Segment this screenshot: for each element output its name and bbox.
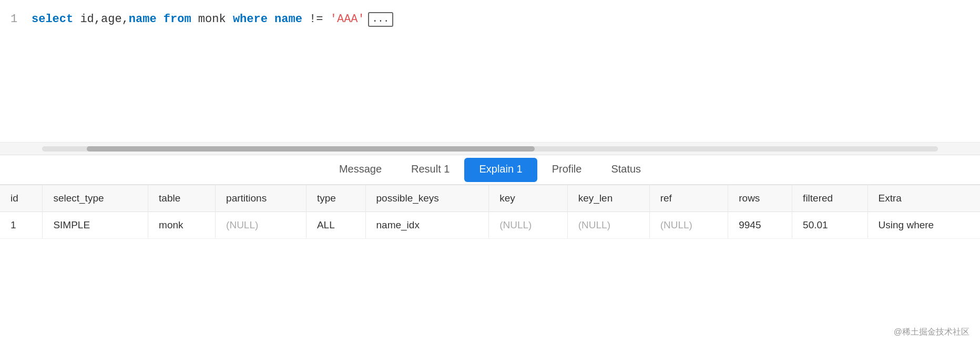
- col-select-type: select_type: [43, 185, 148, 212]
- code-table: monk: [191, 11, 233, 28]
- col-filtered: filtered: [792, 185, 867, 212]
- tab-result1[interactable]: Result 1: [396, 156, 464, 184]
- keyword-from: from: [157, 11, 191, 28]
- table-header-row: id select_type table partitions type pos…: [0, 185, 980, 212]
- explain-table: id select_type table partitions type pos…: [0, 185, 980, 239]
- cell-partitions: (NULL): [216, 212, 307, 239]
- code-content-1: select id,age, name from monk where name…: [32, 11, 969, 28]
- cell-type: ALL: [306, 212, 365, 239]
- cell-rows: 9945: [728, 212, 792, 239]
- code-fields: id,age,: [73, 11, 129, 28]
- col-type: type: [306, 185, 365, 212]
- col-id: id: [0, 185, 43, 212]
- keyword-name: name: [129, 11, 157, 28]
- keyword-select: select: [32, 11, 73, 28]
- results-table-wrapper[interactable]: id select_type table partitions type pos…: [0, 185, 980, 343]
- tab-status[interactable]: Status: [596, 156, 656, 184]
- tab-profile[interactable]: Profile: [537, 156, 597, 184]
- tab-explain1[interactable]: Explain 1: [464, 158, 537, 182]
- col-key-len: key_len: [567, 185, 649, 212]
- ellipsis-indicator: ...: [368, 12, 393, 27]
- cell-id: 1: [0, 212, 43, 239]
- line-number-1: 1: [11, 11, 32, 28]
- cell-possible-keys: name_idx: [365, 212, 489, 239]
- col-extra: Extra: [867, 185, 980, 212]
- code-string-value: 'AAA': [330, 11, 365, 28]
- table-header: id select_type table partitions type pos…: [0, 185, 980, 212]
- col-table: table: [148, 185, 216, 212]
- keyword-where: where: [233, 11, 268, 28]
- table-body: 1 SIMPLE monk (NULL) ALL name_idx (NULL)…: [0, 212, 980, 239]
- cell-select-type: SIMPLE: [43, 212, 148, 239]
- scrollbar-thumb[interactable]: [87, 146, 535, 152]
- col-rows: rows: [728, 185, 792, 212]
- keyword-name2: name: [268, 11, 302, 28]
- table-row: 1 SIMPLE monk (NULL) ALL name_idx (NULL)…: [0, 212, 980, 239]
- tabs-bar: Message Result 1 Explain 1 Profile Statu…: [0, 155, 980, 185]
- col-key: key: [489, 185, 568, 212]
- tab-message[interactable]: Message: [324, 156, 396, 184]
- cell-key-len: (NULL): [567, 212, 649, 239]
- watermark: @稀土掘金技术社区: [894, 327, 969, 338]
- code-line-1: 1 select id,age, name from monk where na…: [0, 8, 980, 30]
- cell-extra: Using where: [867, 212, 980, 239]
- col-partitions: partitions: [216, 185, 307, 212]
- editor-area[interactable]: 1 select id,age, name from monk where na…: [0, 0, 980, 142]
- col-ref: ref: [649, 185, 728, 212]
- horizontal-scrollbar[interactable]: [0, 142, 980, 155]
- bottom-section: Message Result 1 Explain 1 Profile Statu…: [0, 155, 980, 343]
- col-possible-keys: possible_keys: [365, 185, 489, 212]
- cell-key: (NULL): [489, 212, 568, 239]
- cell-table: monk: [148, 212, 216, 239]
- cell-filtered: 50.01: [792, 212, 867, 239]
- code-operator: !=: [302, 11, 330, 28]
- scrollbar-track: [42, 146, 938, 152]
- cell-ref: (NULL): [649, 212, 728, 239]
